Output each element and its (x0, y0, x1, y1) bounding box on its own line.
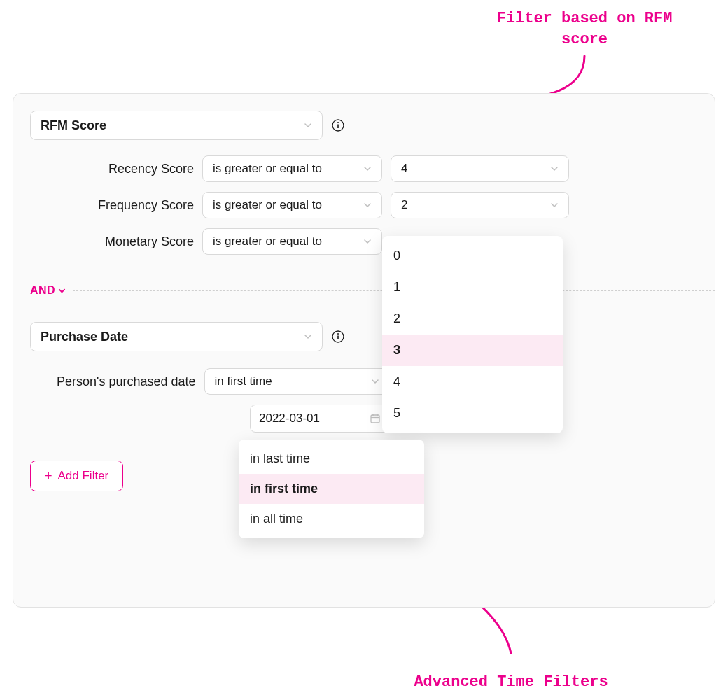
monetary-label: Monetary Score (46, 234, 194, 249)
filter2-head: Purchase Date (30, 322, 698, 351)
chevron-down-icon (550, 164, 559, 173)
recency-label: Recency Score (46, 162, 194, 176)
frequency-row: Frequency Score is greater or equal to 2 (46, 192, 698, 218)
add-filter-label: Add Filter (58, 469, 109, 483)
numeric-option[interactable]: 2 (382, 303, 563, 335)
numeric-option[interactable]: 3 (382, 335, 563, 366)
filter-panel: RFM Score Recency Score is greater or eq… (13, 93, 715, 608)
svg-rect-6 (371, 415, 379, 423)
filter1-head: RFM Score (30, 111, 698, 140)
calendar-icon (370, 413, 381, 424)
date-input[interactable]: 2022-03-01 (250, 405, 390, 433)
monetary-op-text: is greater or equal to (213, 234, 322, 248)
filter2-block: Purchase Date Person's purchased date in… (30, 322, 698, 433)
recency-value-text: 4 (401, 162, 407, 176)
filter2-rows: Person's purchased date in first time 20… (30, 368, 698, 433)
combiner-text: AND (30, 284, 55, 297)
chevron-down-icon (304, 121, 312, 130)
annotation-time: Advanced Time Filters (406, 672, 616, 693)
info-icon[interactable] (331, 330, 345, 344)
chevron-down-icon (58, 287, 66, 295)
filter2-type-label: Purchase Date (41, 330, 128, 344)
purchase-date-op-text: in first time (215, 374, 272, 388)
time-option[interactable]: in first time (239, 474, 424, 504)
monetary-op-select[interactable]: is greater or equal to (202, 228, 382, 255)
svg-rect-1 (337, 125, 339, 129)
frequency-op-text: is greater or equal to (213, 198, 322, 212)
numeric-option[interactable]: 1 (382, 272, 563, 303)
purchase-date-op-select[interactable]: in first time (204, 368, 390, 395)
chevron-down-icon (371, 377, 379, 386)
annotation-rfm: Filter based on RFM score (469, 8, 700, 50)
numeric-option[interactable]: 5 (382, 398, 563, 429)
recency-value-select[interactable]: 4 (391, 155, 569, 182)
frequency-op-select[interactable]: is greater or equal to (202, 192, 382, 218)
chevron-down-icon (363, 237, 372, 246)
filter2-type-select[interactable]: Purchase Date (30, 322, 323, 351)
filter1-type-label: RFM Score (41, 118, 106, 133)
filter1-type-select[interactable]: RFM Score (30, 111, 323, 140)
purchase-date-label: Person's purchased date (57, 374, 196, 389)
recency-op-select[interactable]: is greater or equal to (202, 155, 382, 182)
time-option[interactable]: in all time (239, 504, 424, 534)
date-value: 2022-03-01 (259, 412, 320, 426)
chevron-down-icon (304, 332, 312, 341)
time-option[interactable]: in last time (239, 444, 424, 474)
purchase-date-row: Person's purchased date in first time (57, 368, 698, 395)
info-icon[interactable] (331, 118, 345, 132)
recency-row: Recency Score is greater or equal to 4 (46, 155, 698, 182)
purchase-date-value-row: 2022-03-01 (57, 405, 698, 433)
chevron-down-icon (363, 164, 372, 173)
svg-point-5 (337, 333, 339, 335)
chevron-down-icon (363, 201, 372, 209)
time-dropdown-menu: in last timein first timein all time (239, 440, 424, 538)
frequency-value-select[interactable]: 2 (391, 192, 569, 218)
recency-op-text: is greater or equal to (213, 162, 322, 176)
frequency-value-text: 2 (401, 198, 407, 212)
frequency-label: Frequency Score (46, 198, 194, 213)
combiner-select[interactable]: AND (30, 284, 66, 297)
numeric-option[interactable]: 0 (382, 240, 563, 272)
combiner-divider: AND (13, 284, 715, 297)
monetary-row: Monetary Score is greater or equal to (46, 228, 698, 255)
plus-icon: + (45, 469, 52, 484)
numeric-dropdown-menu: 012345 (382, 236, 563, 433)
chevron-down-icon (550, 201, 559, 209)
filter1-rows: Recency Score is greater or equal to 4 F… (30, 155, 698, 255)
svg-point-2 (337, 122, 339, 123)
numeric-option[interactable]: 4 (382, 366, 563, 398)
svg-rect-4 (337, 336, 339, 340)
add-filter-button[interactable]: + Add Filter (30, 461, 123, 491)
